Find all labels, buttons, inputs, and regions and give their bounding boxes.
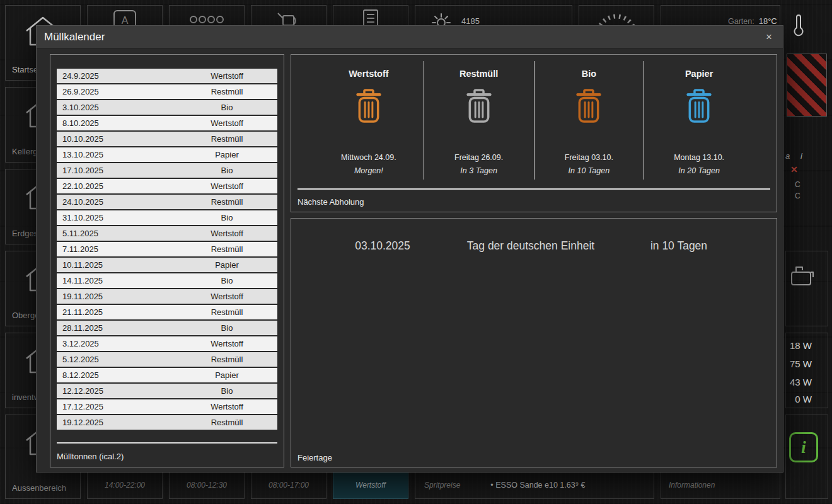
power-reading: 18 W	[779, 340, 812, 351]
schedule-row[interactable]: 13.10.2025Papier	[57, 147, 277, 162]
power-reading: 43 W	[779, 377, 812, 387]
bottom-tile-14:00-22:00[interactable]: 14:00-22:00	[87, 471, 163, 499]
schedule-date: 14.11.2025	[62, 273, 103, 288]
next-pickup-footer: Nächste Abholung	[298, 197, 364, 207]
garden-label: Garten:	[728, 17, 754, 26]
schedule-row[interactable]: 21.11.2025Restmüll	[57, 305, 277, 319]
power-reading: 75 W	[779, 358, 812, 369]
schedule-row[interactable]: 26.9.2025Restmüll	[57, 84, 277, 99]
holiday-countdown: in 10 Tagen	[625, 239, 732, 253]
schedule-date: 21.11.2025	[62, 305, 103, 319]
schedule-type: Papier	[189, 258, 265, 272]
bottom-tile-wertstoff[interactable]: Wertstoff	[333, 471, 408, 499]
trash-bin-icon	[463, 88, 495, 126]
schedule-type: Wertstoff	[189, 179, 265, 193]
bottom-tile-label: 08:00-17:00	[269, 481, 309, 490]
holiday-date: 03.10.2025	[329, 239, 436, 253]
info-icon[interactable]: i	[789, 432, 818, 462]
schedule-type: Restmüll	[189, 132, 265, 146]
schedule-date: 10.10.2025	[62, 132, 103, 146]
schedule-type: Bio	[189, 210, 265, 225]
pickup-type-label: Wertstoff	[314, 69, 424, 79]
schedule-date: 3.12.2025	[62, 336, 99, 351]
bottom-tile-08:00-17:00[interactable]: 08:00-17:00	[251, 471, 326, 499]
schedule-row[interactable]: 28.11.2025Bio	[57, 321, 277, 335]
fuel-price-entry: • ESSO Sande e10 1.63⁹ €	[490, 481, 585, 490]
schedule-date: 10.11.2025	[62, 258, 103, 272]
schedule-row[interactable]: 24.9.2025Wertstoff	[57, 69, 277, 83]
beads-icon	[189, 15, 224, 24]
bottom-tile-informationen[interactable]: Informationen	[661, 471, 780, 499]
schedule-row[interactable]: 17.10.2025Bio	[57, 163, 277, 178]
schedule-type: Restmüll	[189, 415, 265, 430]
schedule-row[interactable]: 8.12.2025Papier	[57, 368, 277, 382]
holiday-name: Tag der deutschen Einheit	[436, 239, 625, 253]
edge-text-fragment: a	[785, 151, 790, 161]
thermometer-icon	[793, 14, 804, 38]
schedule-type: Bio	[189, 273, 265, 288]
trash-bin-icon	[572, 88, 605, 126]
schedule-row[interactable]: 17.12.2025Wertstoff	[57, 399, 277, 414]
schedule-date: 28.11.2025	[62, 321, 103, 335]
bottom-tile-label: Informationen	[669, 481, 715, 490]
bottom-tile-spritpreise[interactable]: Spritpreise• ESSO Sande e10 1.63⁹ €	[415, 471, 654, 499]
schedule-date: 13.10.2025	[62, 147, 103, 162]
trash-bin-icon	[683, 88, 715, 126]
dialog-titlebar: Müllkalender ×	[37, 26, 783, 49]
schedule-row[interactable]: 3.12.2025Wertstoff	[57, 336, 277, 351]
schedule-row[interactable]: 3.10.2025Bio	[57, 100, 277, 115]
holidays-footer: Feiertage	[298, 453, 332, 462]
schedule-row[interactable]: 10.11.2025Papier	[57, 258, 277, 272]
schedule-row[interactable]: 14.11.2025Bio	[57, 273, 277, 288]
schedule-panel-footer: Mülltonnen (ical.2)	[57, 452, 124, 461]
schedule-row[interactable]: 22.10.2025Wertstoff	[57, 179, 277, 193]
schedule-row[interactable]: 8.10.2025Wertstoff	[57, 116, 277, 130]
schedule-type: Restmüll	[189, 84, 265, 99]
schedule-row[interactable]: 19.11.2025Wertstoff	[57, 289, 277, 304]
schedule-row[interactable]: 5.12.2025Restmüll	[57, 352, 277, 367]
close-icon[interactable]: ×	[763, 30, 775, 43]
schedule-type: Wertstoff	[189, 289, 265, 304]
schedule-date: 5.11.2025	[62, 226, 98, 241]
schedule-type: Wertstoff	[189, 116, 265, 130]
schedule-row[interactable]: 24.10.2025Restmüll	[57, 195, 277, 209]
schedule-date: 19.12.2025	[62, 415, 103, 430]
schedule-date: 22.10.2025	[62, 179, 103, 193]
garden-temperature: Garten: 18°C	[728, 16, 777, 26]
schedule-row[interactable]: 12.12.2025Bio	[57, 384, 277, 398]
pickup-date: Mittwoch 24.09.	[314, 153, 424, 162]
pickup-schedule-panel: 24.9.2025Wertstoff26.9.2025Restmüll3.10.…	[50, 54, 284, 467]
bottom-tile-label: 14:00-22:00	[105, 481, 145, 490]
pickup-date: Freitag 26.09.	[424, 153, 534, 162]
schedule-type: Papier	[189, 147, 265, 162]
pickup-column: Wertstoff Mittwoch 24.09.Morgen!	[314, 61, 424, 180]
bottom-tile-label: 08:00-12:30	[187, 481, 227, 490]
power-reading: 0 W	[779, 394, 812, 404]
schedule-divider	[57, 442, 277, 444]
bg-right-tile[interactable]	[785, 251, 828, 326]
schedule-type: Restmüll	[189, 242, 265, 256]
pickup-countdown: In 3 Tagen	[424, 166, 534, 175]
schedule-row[interactable]: 31.10.2025Bio	[57, 210, 277, 225]
pickup-countdown: In 20 Tagen	[644, 166, 754, 175]
pickup-date: Montag 13.10.	[644, 153, 754, 162]
schedule-date: 5.12.2025	[62, 352, 99, 367]
schedule-date: 31.10.2025	[62, 210, 103, 225]
schedule-row[interactable]: 10.10.2025Restmüll	[57, 132, 277, 146]
schedule-type: Wertstoff	[189, 336, 265, 351]
pickup-date: Freitag 03.10.	[534, 153, 644, 162]
holiday-list: 03.10.2025Tag der deutschen Einheitin 10…	[291, 219, 777, 255]
schedule-date: 12.12.2025	[62, 384, 103, 398]
schedule-type: Wertstoff	[189, 226, 265, 241]
schedule-type: Restmüll	[189, 305, 265, 319]
schedule-type: Bio	[189, 321, 265, 335]
pickup-column: Bio Freitag 03.10.In 10 Tagen	[534, 61, 645, 180]
edge-text-fragment: C	[795, 192, 800, 200]
schedule-row[interactable]: 19.12.2025Restmüll	[57, 415, 277, 430]
schedule-row[interactable]: 5.11.2025Wertstoff	[57, 226, 277, 241]
smart-home-dashboard: A 4185 Garten: 18°C	[0, 0, 832, 504]
bottom-tile-08:00-12:30[interactable]: 08:00-12:30	[169, 471, 245, 499]
pickup-type-label: Papier	[644, 69, 754, 79]
schedule-row[interactable]: 7.11.2025Restmüll	[57, 242, 277, 256]
schedule-date: 24.10.2025	[62, 195, 103, 209]
